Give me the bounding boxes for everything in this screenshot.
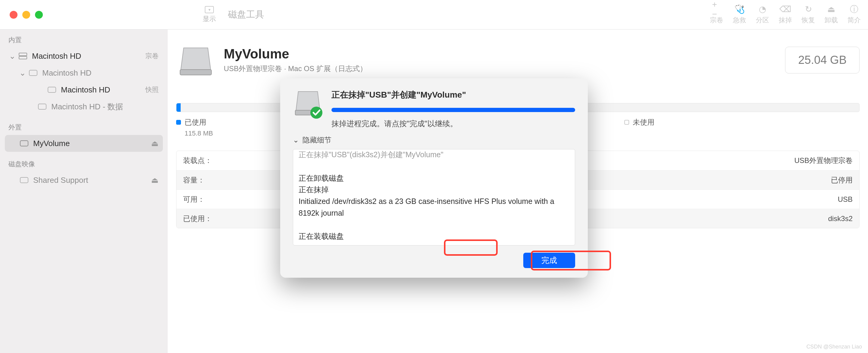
restore-button[interactable]: ↻ 恢复 <box>802 5 815 25</box>
minimize-window-button[interactable] <box>22 11 30 19</box>
sidebar-layout-icon: ▾ <box>205 6 214 13</box>
sidebar-item-label: MyVolume <box>33 139 147 148</box>
sidebar-item-macintosh-hd-data[interactable]: Macintosh HD - 数据 <box>5 98 163 115</box>
erase-icon: ⌫ <box>781 5 790 14</box>
dialog-progress-bar <box>332 108 575 112</box>
info-button[interactable]: ⓘ 简介 <box>847 5 861 25</box>
info-available-value: USB <box>838 195 852 204</box>
eject-icon[interactable]: ⏏ <box>151 176 159 185</box>
legend-free-swatch <box>624 120 629 125</box>
dialog-message: 抹掉进程完成。请点按"完成"以继续。 <box>332 119 575 129</box>
sidebar-item-label: Shared Support <box>33 176 147 185</box>
restore-icon: ↻ <box>804 5 813 14</box>
dialog-title: 正在抹掉"USB"并创建"MyVolume" <box>332 89 575 101</box>
log-line: 正在卸载磁盘 <box>299 172 569 184</box>
disk-icon <box>28 70 38 76</box>
legend-free-label: 未使用 <box>633 117 654 127</box>
sidebar-item-myvolume[interactable]: MyVolume ⏏ <box>5 135 163 152</box>
info-icon: ⓘ <box>849 5 859 14</box>
dialog-log[interactable]: 正在抹掉"USB"(disk3s2)并创建"MyVolume" 正在卸载磁盘 正… <box>293 149 575 245</box>
display-label: 显示 <box>203 14 216 24</box>
external-drive-icon <box>176 40 215 79</box>
window-controls <box>0 11 43 19</box>
sidebar-section-internal: 内置 <box>8 36 159 44</box>
disk-icon <box>47 87 57 93</box>
chevron-down-icon: ⌄ <box>293 136 299 144</box>
log-line: 正在抹掉"USB"(disk3s2)并创建"MyVolume" <box>299 149 569 161</box>
sidebar-item-label: Macintosh HD <box>32 51 141 61</box>
unmount-button[interactable]: ⏏ 卸载 <box>825 5 838 25</box>
external-drive-success-icon <box>293 89 323 119</box>
sidebar-item-suffix: 快照 <box>145 85 159 94</box>
sidebar-item-suffix: 宗卷 <box>145 51 159 61</box>
svg-rect-3 <box>48 87 56 93</box>
log-line: Initialized /dev/rdisk3s2 as a 23 GB cas… <box>299 196 569 219</box>
plus-minus-icon: + − <box>712 5 721 14</box>
app-title: 磁盘工具 <box>228 8 264 21</box>
svg-rect-1 <box>19 56 27 59</box>
done-button[interactable]: 完成 <box>523 253 575 268</box>
sidebar-item-shared-support[interactable]: Shared Support ⏏ <box>5 172 163 188</box>
toolbar-actions: + − 宗卷 🩺 急救 ◔ 分区 ⌫ 抹掉 ↻ 恢复 ⏏ 卸载 ⓘ 简介 <box>710 5 861 25</box>
close-window-button[interactable] <box>10 11 18 19</box>
svg-rect-2 <box>29 70 37 76</box>
dialog-details-toggle[interactable]: ⌄ 隐藏细节 <box>293 135 575 145</box>
disk-icon <box>19 177 29 183</box>
volume-subtitle: USB外置物理宗卷 · Mac OS 扩展（日志式） <box>224 64 367 73</box>
legend-used-value: 115.8 MB <box>176 130 213 137</box>
stethoscope-icon: 🩺 <box>735 5 744 14</box>
svg-rect-5 <box>20 141 28 146</box>
disk-icon <box>37 104 47 110</box>
fullscreen-window-button[interactable] <box>35 11 43 19</box>
volume-name: MyVolume <box>224 46 367 62</box>
legend-used-label: 已使用 <box>185 117 206 127</box>
erase-button[interactable]: ⌫ 抹掉 <box>779 5 792 25</box>
disk-icon <box>19 140 29 146</box>
volume-stack-icon <box>18 52 28 60</box>
sidebar-section-external: 外置 <box>8 123 159 132</box>
volume-size-box: 25.04 GB <box>785 47 860 73</box>
sidebar-item-macintosh-hd[interactable]: ⌄ Macintosh HD <box>5 65 163 81</box>
chevron-down-icon: ⌄ <box>19 68 24 78</box>
legend-used-swatch <box>176 120 181 125</box>
sidebar-section-disk-images: 磁盘映像 <box>8 160 159 169</box>
svg-rect-4 <box>38 104 46 109</box>
svg-rect-7 <box>180 70 211 75</box>
partition-button[interactable]: ◔ 分区 <box>756 5 769 25</box>
usage-bar-used <box>177 103 181 112</box>
eject-icon[interactable]: ⏏ <box>151 139 159 148</box>
sidebar-item-macintosh-hd-container[interactable]: ⌄ Macintosh HD 宗卷 <box>5 47 163 65</box>
sidebar-item-label: Macintosh HD <box>61 85 141 95</box>
display-mode-button[interactable]: ▾ 显示 <box>203 6 216 24</box>
erase-dialog: 正在抹掉"USB"并创建"MyVolume" 抹掉进程完成。请点按"完成"以继续… <box>280 78 588 278</box>
info-mountpoint-value: USB外置物理宗卷 <box>795 156 852 165</box>
watermark: CSDN @Shenzan Liao <box>806 344 862 350</box>
info-used-value: disk3s2 <box>828 214 852 223</box>
log-line: 正在装载磁盘 <box>299 231 569 242</box>
svg-rect-6 <box>20 177 28 183</box>
svg-rect-0 <box>19 53 27 56</box>
pie-icon: ◔ <box>758 5 767 14</box>
volume-header: MyVolume USB外置物理宗卷 · Mac OS 扩展（日志式） 25.0… <box>176 40 860 79</box>
info-capacity-value: 已停用 <box>831 175 852 185</box>
svg-point-9 <box>310 107 322 119</box>
first-aid-button[interactable]: 🩺 急救 <box>733 5 746 25</box>
volume-add-remove-button[interactable]: + − 宗卷 <box>710 5 723 25</box>
log-line: 正在抹掉 <box>299 184 569 196</box>
sidebar: 内置 ⌄ Macintosh HD 宗卷 ⌄ Macintosh HD Maci… <box>0 30 168 353</box>
eject-icon: ⏏ <box>827 5 836 14</box>
sidebar-item-macintosh-hd-snapshot[interactable]: Macintosh HD 快照 <box>5 81 163 98</box>
sidebar-item-label: Macintosh HD <box>42 68 159 78</box>
sidebar-item-label: Macintosh HD - 数据 <box>51 102 159 112</box>
toolbar: ▾ 显示 磁盘工具 + − 宗卷 🩺 急救 ◔ 分区 ⌫ 抹掉 ↻ 恢复 ⏏ 卸… <box>0 0 868 30</box>
chevron-down-icon: ⌄ <box>9 51 14 61</box>
